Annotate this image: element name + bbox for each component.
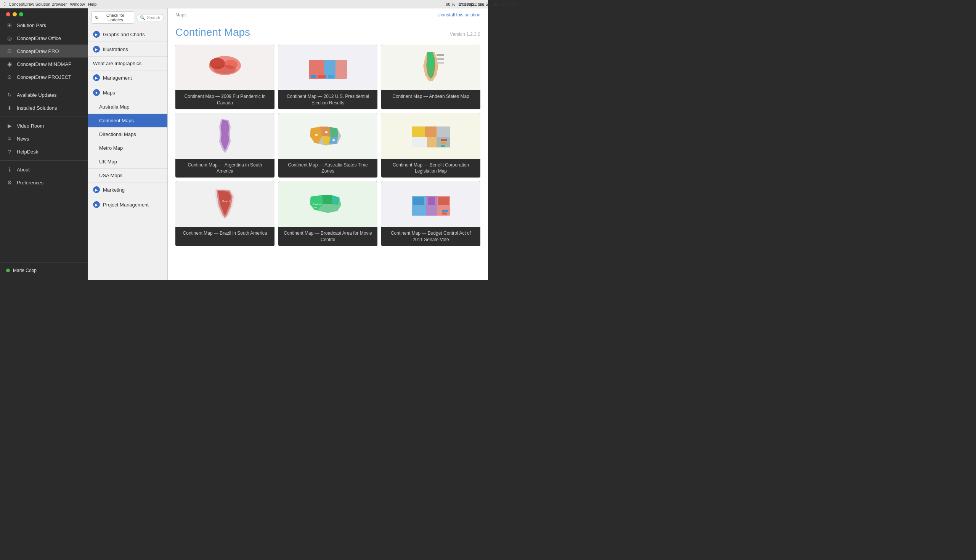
section-project-mgmt[interactable]: ▶ Project Management (88, 197, 167, 212)
sidebar-item-office[interactable]: ◎ ConceptDraw Office (0, 32, 88, 45)
play-icon: ▶ (6, 122, 13, 129)
refresh-icon: ↻ (6, 92, 13, 98)
menu-window[interactable]: Window (70, 2, 85, 7)
sidebar-item-pro[interactable]: ⊡ ConceptDraw PRO (0, 45, 88, 58)
section-maps[interactable]: ▼ Maps (88, 85, 167, 100)
svg-text:+10: +10 (325, 132, 328, 133)
map-label-election: Continent Map — 2012 U.S. Presidential E… (278, 90, 378, 109)
apple-icon:  (4, 1, 6, 7)
expand-project-icon: ▶ (93, 201, 100, 208)
section-usa-maps[interactable]: USA Maps (88, 169, 167, 182)
section-australia-map[interactable]: Australia Map (88, 100, 167, 114)
section-infographics[interactable]: What are Infographics (88, 57, 167, 70)
minimize-button[interactable] (13, 12, 17, 17)
sidebar-item-helpdesk[interactable]: ? HelpDesk (0, 145, 88, 158)
sidebar: ⊞ Solution Park ◎ ConceptDraw Office ⊡ C… (0, 8, 88, 280)
sidebar-item-project[interactable]: ⊙ ConceptDraw PROJECT (0, 70, 88, 83)
user-name: Marie Coop (13, 268, 37, 273)
window-controls (0, 8, 88, 19)
section-label-illustrations: Illustrations (103, 47, 128, 52)
section-uk-map[interactable]: UK Map (88, 155, 167, 169)
breadcrumb: Maps (175, 12, 186, 18)
content-body: Continent Maps Version 1.2.3.0 Continent (168, 20, 488, 280)
title-row: Continent Maps Version 1.2.3.0 (175, 26, 480, 38)
section-label-uk: UK Map (99, 159, 117, 165)
svg-rect-40 (442, 210, 448, 212)
sidebar-item-about[interactable]: ℹ About (0, 163, 88, 176)
svg-rect-41 (442, 213, 447, 215)
divider-1 (0, 86, 88, 86)
section-label-metro: Metro Map (99, 145, 123, 151)
map-label-budget: Continent Map — Budget Control Act of 20… (381, 227, 480, 246)
map-card-us-election[interactable]: Continent Map — 2012 U.S. Presidential E… (278, 45, 378, 109)
section-label-australia: Australia Map (99, 104, 129, 110)
map-card-benefit[interactable]: Continent Map — Benefit Corporation Legi… (381, 113, 480, 178)
question-icon: ? (6, 148, 13, 155)
map-card-budget[interactable]: Continent Map — Budget Control Act of 20… (381, 181, 480, 246)
map-thumb-brazil: Brazil (175, 181, 274, 227)
content-header: Maps Uninstall this solution (168, 8, 488, 20)
map-label-brazil: Continent Map — Brazil in South America (175, 227, 274, 240)
sidebar-item-mindmap[interactable]: ◉ ConceptDraw MINDMAP (0, 58, 88, 70)
expand-graphs-icon: ▶ (93, 31, 100, 38)
map-thumb-andean (381, 45, 480, 90)
svg-rect-11 (436, 54, 444, 56)
map-thumb-election (278, 45, 378, 90)
section-marketing[interactable]: ▶ Marketing (88, 182, 167, 197)
expand-illustrations-icon: ▶ (93, 46, 100, 53)
section-metro-map[interactable]: Metro Map (88, 141, 167, 155)
sidebar-label-solution-park: Solution Park (17, 22, 46, 28)
section-continent-maps[interactable]: Continent Maps (88, 114, 167, 128)
sidebar-item-installed[interactable]: ⬇ Installed Solutions (0, 101, 88, 114)
expand-management-icon: ▶ (93, 74, 100, 81)
map-card-brazil[interactable]: Brazil Continent Map — Brazil in South A… (175, 181, 274, 246)
svg-rect-23 (436, 127, 450, 137)
sidebar-item-preferences[interactable]: ⚙ Preferences (0, 176, 88, 189)
section-illustrations[interactable]: ▶ Illustrations (88, 42, 167, 57)
pro-icon: ⊡ (6, 48, 13, 55)
map-card-flu-pandemic[interactable]: Continent Map — 2009 Flu Pandemic in Can… (175, 45, 274, 109)
maximize-button[interactable] (19, 12, 23, 17)
sidebar-label-helpdesk: HelpDesk (17, 149, 38, 155)
user-status-dot (6, 268, 10, 272)
map-label-australia: Continent Map — Australia States Time Zo… (278, 159, 378, 178)
section-management[interactable]: ▶ Management (88, 70, 167, 85)
svg-rect-13 (436, 62, 444, 63)
sidebar-item-video[interactable]: ▶ Video Room (0, 119, 88, 132)
sidebar-label-office: ConceptDraw Office (17, 35, 61, 41)
grid-icon: ⊞ (6, 22, 13, 28)
svg-rect-27 (441, 139, 447, 141)
search-box[interactable]: 🔍 Search (137, 14, 164, 21)
map-card-broadcast[interactable]: Broadcast Area Continent Map — Broadcast… (278, 181, 378, 246)
close-button[interactable] (6, 12, 10, 17)
sidebar-label-video: Video Room (17, 123, 44, 129)
sidebar-label-about: About (17, 167, 30, 173)
expand-maps-icon: ▼ (93, 89, 100, 96)
map-label-broadcast: Continent Map — Broadcast Area for Movie… (278, 227, 378, 246)
map-card-australia[interactable]: +8 +10 +11 Continent Map — Australia Sta… (278, 113, 378, 178)
section-directional-maps[interactable]: Directional Maps (88, 128, 167, 141)
update-btn-label: Check for Updates (100, 13, 131, 22)
sidebar-item-news[interactable]: ≡ News (0, 132, 88, 145)
section-graphs-charts[interactable]: ▶ Graphs and Charts (88, 27, 167, 42)
uninstall-link[interactable]: Uninstall this solution (437, 12, 480, 18)
svg-text:+11: +11 (333, 140, 336, 141)
app-menu-name: ConceptDraw Solution Browser (9, 2, 67, 7)
divider-2 (0, 117, 88, 117)
map-card-andean[interactable]: Continent Map — Andean States Map (381, 45, 480, 109)
map-thumb-australia: +8 +10 +11 (278, 113, 378, 159)
sidebar-item-updates[interactable]: ↻ Available Updates (0, 88, 88, 101)
sidebar-label-news: News (17, 136, 29, 142)
map-card-argentina[interactable]: Continent Map — Argentina in South Ameri… (175, 113, 274, 178)
section-label-maps: Maps (103, 90, 115, 96)
sidebar-item-solution-park[interactable]: ⊞ Solution Park (0, 19, 88, 32)
svg-text:Brazil: Brazil (222, 200, 230, 203)
download-icon: ⬇ (6, 104, 13, 111)
sidebar-label-preferences: Preferences (17, 180, 43, 185)
check-updates-button[interactable]: ↻ Check for Updates (92, 12, 134, 23)
titlebar-left:  ConceptDraw Solution Browser Window He… (4, 1, 97, 7)
svg-rect-38 (428, 197, 435, 205)
menu-help[interactable]: Help (88, 2, 97, 7)
svg-rect-29 (441, 145, 445, 147)
news-icon: ≡ (6, 135, 13, 142)
